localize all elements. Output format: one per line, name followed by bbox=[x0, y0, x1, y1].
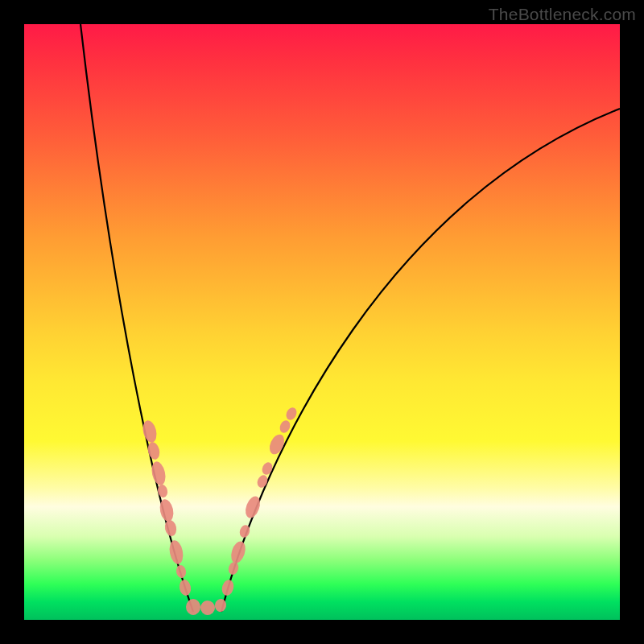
marker-layer bbox=[141, 406, 299, 615]
data-marker bbox=[229, 539, 248, 565]
data-marker bbox=[156, 484, 168, 498]
curve-group bbox=[80, 24, 620, 612]
data-marker bbox=[167, 539, 184, 566]
data-marker bbox=[175, 564, 188, 579]
left-curve bbox=[80, 24, 193, 612]
data-marker bbox=[260, 460, 274, 476]
data-marker bbox=[186, 599, 200, 615]
watermark-text: TheBottleneck.com bbox=[489, 5, 636, 24]
data-marker bbox=[200, 601, 215, 615]
data-marker bbox=[255, 473, 269, 489]
data-marker bbox=[227, 561, 240, 576]
data-marker bbox=[221, 578, 236, 597]
data-marker bbox=[278, 419, 292, 435]
data-marker bbox=[178, 579, 192, 597]
plot-area bbox=[24, 24, 620, 620]
right-curve bbox=[221, 109, 620, 612]
chart-svg bbox=[24, 24, 620, 620]
data-marker bbox=[284, 406, 299, 422]
